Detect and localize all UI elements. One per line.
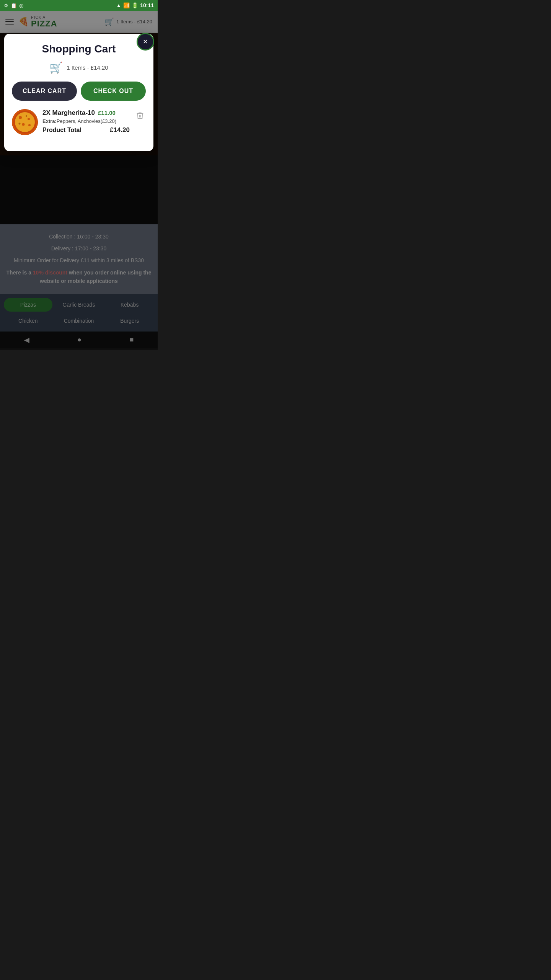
- item-image: [12, 109, 38, 135]
- item-price: £11.00: [98, 109, 116, 116]
- item-details: 2X Margherita-10 £11.00 Extra:Peppers, A…: [42, 109, 130, 134]
- settings-icon: ⚙: [4, 3, 8, 8]
- delete-item-button[interactable]: [134, 110, 146, 123]
- status-bar: ⚙ 📋 ◎ ▲ 📶 🔋 10:11: [0, 0, 158, 11]
- close-button[interactable]: ×: [137, 33, 154, 51]
- svg-point-8: [26, 115, 27, 117]
- modal-cart-count: 1 Items - £14.20: [67, 64, 108, 71]
- svg-point-7: [19, 123, 21, 125]
- checkout-button[interactable]: CHECK OUT: [81, 82, 146, 101]
- signal-icon: 📶: [123, 2, 130, 8]
- svg-point-2: [15, 112, 35, 132]
- item-name: 2X Margherita-10: [42, 109, 95, 117]
- status-icons-right: ▲ 📶 🔋 10:11: [116, 2, 154, 8]
- item-name-price: 2X Margherita-10 £11.00: [42, 109, 130, 117]
- cart-item: 2X Margherita-10 £11.00 Extra:Peppers, A…: [12, 109, 146, 140]
- pizza-image-svg: [12, 109, 38, 135]
- modal-actions: CLEAR CART CHECK OUT: [12, 82, 146, 101]
- product-total-value: £14.20: [110, 126, 130, 134]
- status-icons-left: ⚙ 📋 ◎: [4, 3, 23, 8]
- close-icon: ×: [143, 37, 148, 47]
- wifi-icon: ▲: [116, 2, 121, 8]
- svg-point-5: [22, 123, 25, 126]
- shopping-cart-modal: × Shopping Cart 🛒 1 Items - £14.20 CLEAR…: [4, 34, 153, 151]
- modal-overlay: × Shopping Cart 🛒 1 Items - £14.20 CLEAR…: [0, 11, 158, 350]
- svg-point-3: [19, 116, 22, 119]
- svg-point-4: [28, 118, 30, 120]
- extra-label: Extra:: [42, 118, 57, 124]
- extra-value: Peppers, Anchovies(£3.20): [57, 118, 116, 124]
- time-display: 10:11: [140, 2, 154, 8]
- item-extra: Extra:Peppers, Anchovies(£3.20): [42, 118, 130, 124]
- battery-icon: 🔋: [132, 2, 138, 8]
- clear-cart-button[interactable]: CLEAR CART: [12, 82, 77, 101]
- item-total-row: Product Total £14.20: [42, 126, 130, 134]
- modal-cart-icon: 🛒: [49, 61, 63, 74]
- trash-icon: [136, 111, 144, 120]
- modal-title: Shopping Cart: [12, 43, 146, 55]
- product-total-label: Product Total: [42, 127, 82, 134]
- pattern-icon: ◎: [19, 3, 23, 8]
- modal-cart-summary: 🛒 1 Items - £14.20: [12, 61, 146, 74]
- sim-icon: 📋: [11, 3, 17, 8]
- svg-point-6: [28, 124, 31, 126]
